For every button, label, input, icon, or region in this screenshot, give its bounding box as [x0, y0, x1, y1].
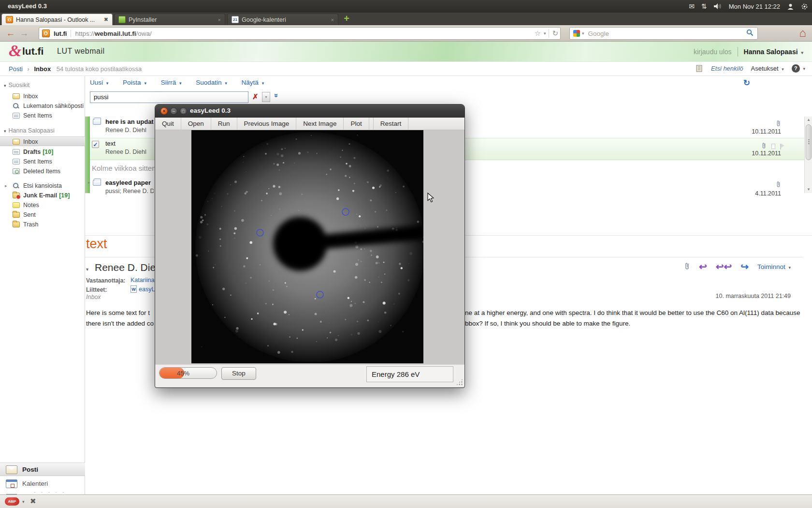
url-field[interactable]: O lut.fi https://webmail.lut.fi/owa/ ☆ ▾…	[39, 27, 561, 40]
tab-outlook-webmail[interactable]: O Hanna Salopaasi - Outlook ... ✖	[1, 14, 113, 25]
list-scrollbar[interactable]: ▲ ▼	[804, 117, 812, 193]
clock-label[interactable]: Mon Nov 21 12:22	[729, 3, 780, 10]
message-sender: Renee D. Diehl	[105, 127, 154, 134]
sidebar-item-notes[interactable]: Notes	[0, 200, 85, 210]
sidebar-item-sent[interactable]: Sent	[0, 210, 85, 220]
search-scope-dropdown[interactable]: ▾	[262, 92, 270, 102]
volume-icon[interactable]	[714, 3, 722, 10]
maximize-icon[interactable]: ▢	[180, 107, 187, 115]
network-icon[interactable]: ⇅	[701, 2, 707, 10]
module-mail[interactable]: Posti	[0, 463, 85, 476]
menu-plot[interactable]: Plot	[344, 118, 369, 130]
chevron-down-icon: ▾	[801, 50, 803, 55]
scroll-up-icon[interactable]: ▲	[805, 117, 812, 123]
tab-close-icon[interactable]: ×	[331, 17, 334, 23]
clear-search-icon[interactable]: ✗	[252, 92, 259, 101]
sidebar-item-junk[interactable]: Junk E-mail[19]	[0, 191, 85, 200]
toolbar-filter-menu[interactable]: Suodatin ▾	[196, 79, 227, 86]
close-icon[interactable]: ×	[160, 107, 168, 115]
body-text-line1-left: Here is some text for t	[86, 309, 155, 316]
tab-close-icon[interactable]: ✖	[104, 16, 108, 23]
url-text: https://webmail.lut.fi/owa/	[75, 30, 151, 37]
sidebar-item-search-folders[interactable]: ▸Etsi kansioista	[0, 181, 85, 191]
scroll-down-icon[interactable]: ▼	[805, 186, 812, 193]
search-engine-dropdown-icon[interactable]: ▾	[582, 31, 584, 36]
resize-grip[interactable]	[456, 378, 463, 386]
sidebar-item-drafts[interactable]: Drafts[10]	[0, 147, 85, 157]
expand-triangle-icon[interactable]: ▸	[5, 181, 7, 191]
toolbar-new-menu[interactable]: Uusi ▾	[90, 79, 108, 86]
message-subject: easyleed paper	[105, 179, 154, 186]
refresh-icon[interactable]: ↻	[743, 78, 750, 88]
logout-link[interactable]: kirjaudu ulos	[694, 48, 732, 56]
unread-count: [19]	[59, 192, 70, 199]
checked-checkbox[interactable]: ✓	[92, 141, 99, 148]
word-doc-icon: W	[130, 285, 137, 293]
account-header[interactable]: ▾Hanna Salopaasi	[4, 127, 55, 134]
user-menu-icon[interactable]	[787, 3, 794, 10]
mail-indicator-icon[interactable]: ✉	[689, 2, 695, 10]
reply-icon[interactable]: ↩	[699, 261, 707, 272]
adblock-icon[interactable]: ABP	[5, 497, 19, 506]
favorites-header[interactable]: ▾Suosikit	[4, 82, 29, 89]
sidebar-item-unread-mail[interactable]: Lukematon sähköposti	[0, 101, 85, 111]
settings-menu[interactable]: Asetukset ▾	[751, 65, 784, 72]
attachment-link[interactable]: easyL	[139, 286, 155, 293]
toolbar-move-menu[interactable]: Siirrä ▾	[161, 79, 182, 86]
product-name: LUT webmail	[57, 47, 105, 56]
new-tab-button[interactable]: +	[341, 14, 352, 24]
easyleed-window[interactable]: × – ▢ easyLeed 0.3 Quit Open Run Previou…	[155, 104, 465, 388]
tab-pyinstaller[interactable]: PyInstaller ×	[114, 14, 225, 25]
sidebar-item-trash[interactable]: Trash	[0, 220, 85, 229]
reply-all-icon[interactable]: ↩↩	[716, 261, 732, 272]
breadcrumb-separator: ›	[28, 65, 29, 73]
stop-button[interactable]: Stop	[221, 367, 256, 380]
breadcrumb-posti-link[interactable]: Posti	[9, 65, 23, 73]
tab-close-icon[interactable]: ×	[218, 17, 221, 23]
statusbar-close-icon[interactable]: ✖	[30, 497, 36, 506]
user-menu[interactable]: Hanna Salopaasi ▾	[744, 48, 803, 56]
address-book-icon	[696, 65, 703, 72]
tab-google-calendar[interactable]: 21 Google-kalenteri ×	[227, 14, 338, 25]
help-menu[interactable]: ? ▾	[792, 64, 805, 73]
toolbar-delete-menu[interactable]: Poista ▾	[123, 79, 146, 86]
sidebar-item-fav-inbox[interactable]: Inbox	[0, 91, 85, 101]
menu-run[interactable]: Run	[211, 118, 237, 130]
forward-button[interactable]: →	[17, 28, 31, 39]
folder-sidebar: ▾Suosikit Inbox Lukematon sähköposti Sen…	[0, 76, 85, 494]
module-calendar[interactable]: Kalenteri	[0, 477, 85, 491]
conversation-expand-icon[interactable]: ▸	[88, 180, 90, 185]
forward-icon[interactable]: ↪	[740, 261, 749, 272]
easyleed-titlebar[interactable]: × – ▢ easyLeed 0.3	[155, 105, 464, 118]
sidebar-item-sent-items[interactable]: Sent Items	[0, 157, 85, 166]
menu-previous-image[interactable]: Previous Image	[237, 118, 297, 130]
collapse-triangle-icon[interactable]: ▾	[86, 267, 88, 272]
search-field[interactable]: ▾ Google	[569, 27, 758, 40]
leed-diffraction-image[interactable]	[191, 130, 423, 363]
actions-menu[interactable]: Toiminnot ▾	[757, 263, 791, 270]
expand-search-chevron-icon[interactable]: »	[273, 93, 281, 97]
menu-restart[interactable]: Restart	[373, 118, 409, 130]
menu-open[interactable]: Open	[181, 118, 211, 130]
flag-icon[interactable]	[780, 144, 781, 149]
toolbar-view-menu[interactable]: Näytä ▾	[242, 79, 264, 86]
sidebar-item-fav-sent[interactable]: Sent Items	[0, 111, 85, 120]
find-person-link[interactable]: Etsi henkilö	[711, 65, 743, 72]
reload-icon[interactable]: ↻	[549, 29, 558, 38]
to-recipient-link[interactable]: Katariina I	[130, 277, 155, 284]
url-dropdown-icon[interactable]: ▾	[544, 31, 546, 36]
scrollbar-thumb[interactable]	[806, 124, 812, 160]
bookmark-star-icon[interactable]: ☆	[534, 29, 540, 38]
mail-search-input[interactable]: pussi	[90, 91, 248, 103]
home-button-icon[interactable]: ⌂	[799, 26, 807, 40]
menu-next-image[interactable]: Next Image	[296, 118, 344, 130]
minimize-icon[interactable]: –	[170, 107, 177, 115]
sidebar-item-deleted-items[interactable]: Deleted Items	[0, 166, 85, 176]
sidebar-item-inbox[interactable]: Inbox	[0, 136, 85, 146]
back-button[interactable]: ←	[4, 28, 17, 39]
session-gear-icon[interactable]	[801, 3, 808, 10]
search-go-icon[interactable]	[746, 29, 754, 38]
menu-quit[interactable]: Quit	[155, 118, 181, 130]
site-identity-button[interactable]: lut.fi	[53, 30, 71, 37]
chevron-down-icon[interactable]: ▾	[22, 499, 25, 504]
